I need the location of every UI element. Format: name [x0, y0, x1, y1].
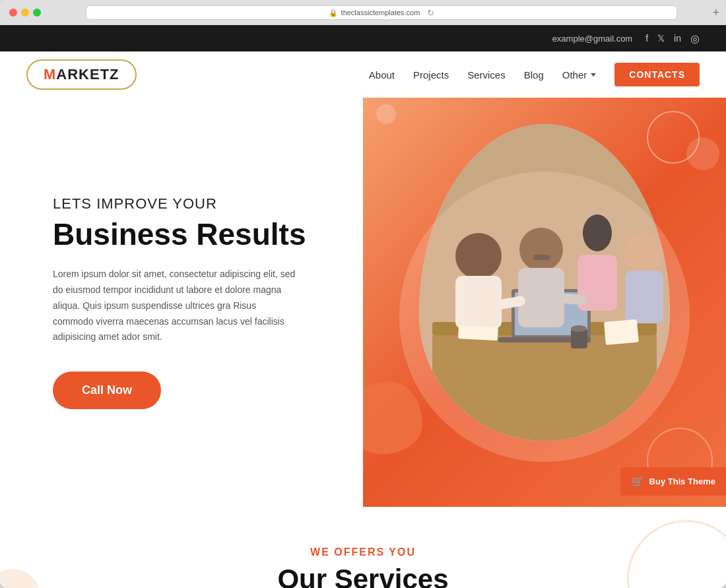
address-bar[interactable]: 🔒 theclassictemplates.com ↻: [86, 5, 677, 20]
url-text: theclassictemplates.com: [341, 9, 420, 16]
linkedin-icon[interactable]: in: [674, 33, 681, 44]
browser-titlebar: 🔒 theclassictemplates.com ↻ +: [0, 0, 726, 25]
hero-body-text: Lorem ipsum dolor sit amet, consectetur …: [53, 267, 297, 345]
hero-title: Business Results: [53, 218, 337, 251]
svg-point-6: [455, 233, 502, 279]
hero-subtitle: LETS IMPROVE YOUR: [53, 195, 337, 212]
hero-left: LETS IMPROVE YOUR Business Results Lorem…: [0, 98, 363, 507]
lock-icon: 🔒: [329, 9, 338, 17]
website: example@gmail.com f 𝕏 in ◎ MARKETZ About: [0, 25, 726, 588]
contacts-button[interactable]: CONTACTS: [614, 63, 700, 86]
browser-window: 🔒 theclassictemplates.com ↻ + example@gm…: [0, 0, 726, 588]
svg-point-14: [624, 233, 663, 273]
twitter-icon[interactable]: 𝕏: [657, 33, 665, 44]
svg-rect-2: [432, 335, 657, 441]
social-icons: f 𝕏 in ◎: [645, 32, 700, 45]
logo-rest: ARKETZ: [56, 66, 119, 82]
hero-right: [363, 98, 726, 507]
hero-image: [419, 124, 670, 441]
reload-icon[interactable]: ↻: [427, 8, 434, 18]
facebook-icon[interactable]: f: [645, 33, 648, 44]
call-now-button[interactable]: Call Now: [53, 372, 161, 409]
svg-point-19: [571, 325, 587, 332]
hero-section: LETS IMPROVE YOUR Business Results Lorem…: [0, 98, 726, 507]
svg-rect-10: [533, 255, 550, 260]
maximize-button[interactable]: [33, 9, 41, 16]
deco-circle-right: [627, 520, 726, 588]
buy-theme-label: Buy This Theme: [649, 476, 715, 486]
browser-content: example@gmail.com f 𝕏 in ◎ MARKETZ About: [0, 25, 726, 588]
navbar: MARKETZ About Projects Services Blog Oth…: [0, 51, 726, 98]
logo[interactable]: MARKETZ: [26, 59, 137, 90]
svg-rect-15: [625, 271, 663, 323]
deco-circle-2: [686, 137, 719, 170]
nav-about[interactable]: About: [369, 69, 395, 81]
logo-text: MARKETZ: [44, 66, 119, 82]
services-section: WE OFFERS YOU Our Services: [0, 507, 726, 588]
nav-blog[interactable]: Blog: [524, 69, 544, 81]
top-bar: example@gmail.com f 𝕏 in ◎: [0, 25, 726, 51]
deco-circle-3: [376, 104, 396, 124]
svg-rect-20: [604, 319, 639, 345]
nav-links: About Projects Services Blog Other CONTA…: [369, 63, 700, 86]
deco-blob: [363, 381, 422, 454]
team-meeting-svg: [419, 124, 670, 441]
email-text: example@gmail.com: [552, 34, 633, 44]
traffic-lights: [9, 9, 41, 16]
our-services-title: Our Services: [26, 564, 700, 588]
minimize-button[interactable]: [21, 9, 29, 16]
cart-icon: 🛒: [631, 475, 644, 488]
nav-services[interactable]: Services: [467, 69, 506, 81]
logo-m: M: [44, 66, 56, 82]
svg-point-8: [519, 228, 563, 271]
new-tab-button[interactable]: +: [712, 6, 719, 20]
nav-projects[interactable]: Projects: [413, 69, 449, 81]
instagram-icon[interactable]: ◎: [690, 32, 700, 45]
we-offer-label: WE OFFERS YOU: [26, 546, 700, 558]
nav-other-label: Other: [562, 69, 587, 81]
close-button[interactable]: [9, 9, 17, 16]
chevron-down-icon: [591, 73, 596, 77]
svg-point-12: [583, 214, 612, 251]
nav-other[interactable]: Other: [562, 69, 597, 81]
svg-rect-21: [458, 325, 498, 341]
buy-theme-button[interactable]: 🛒 Buy This Theme: [620, 467, 726, 496]
